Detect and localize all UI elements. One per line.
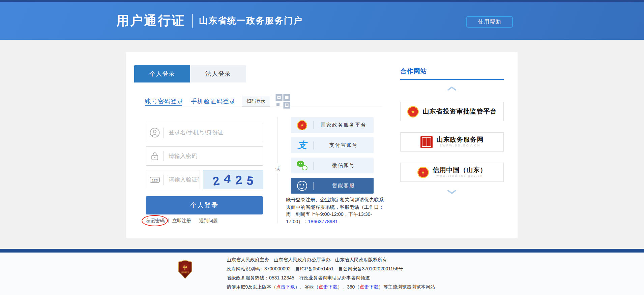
ie-download-link[interactable]: 点击下载 xyxy=(276,284,295,290)
title-divider xyxy=(192,14,193,28)
red-seal-icon xyxy=(420,136,433,148)
alipay-icon: 支 xyxy=(298,141,307,150)
problems-link[interactable]: 遇到问题 xyxy=(199,218,218,224)
partner-url: ZWFW.SD.GOV.CN xyxy=(440,144,481,147)
customer-service-icon xyxy=(297,181,307,191)
partner-card-zwfw[interactable]: 山东政务服务网 ZWFW.SD.GOV.CN xyxy=(400,132,504,152)
link-separator xyxy=(195,219,195,223)
national-platform-login-button[interactable]: ★ 国家政务服务平台 xyxy=(291,117,374,133)
field-divider xyxy=(164,151,164,161)
lock-icon xyxy=(146,151,164,162)
partner-name: 山东政务服务网 xyxy=(437,136,484,143)
third-party-login-column: ★ 国家政务服务平台 支 支付宝账号 微信账号 xyxy=(291,117,374,198)
main-background: 个人登录 法人登录 账号密码登录 手机验证码登录 扫码登录 xyxy=(0,40,644,249)
scroll-down-button[interactable] xyxy=(447,190,457,195)
footer-line-3: 省级政务服务热线：0531-12345 行政业务咨询电话见办事咨询频道 xyxy=(227,273,435,282)
partner-name: 山东省投资审批监管平台 xyxy=(423,108,497,115)
captcha-field: 123 xyxy=(146,170,200,189)
tab-personal-login[interactable]: 个人登录 xyxy=(134,65,190,82)
method-sms-code[interactable]: 手机验证码登录 xyxy=(191,97,236,105)
or-label: 或 xyxy=(272,163,283,173)
personal-login-button[interactable]: 个人登录 xyxy=(146,196,263,214)
page-subtitle: 山东省统一政务服务门户 xyxy=(199,15,303,27)
alipay-label: 支付宝账号 xyxy=(314,142,374,148)
badge-label: 党政机关 xyxy=(181,271,189,274)
360-download-link[interactable]: 点击下载 xyxy=(359,284,378,290)
header-banner: 用户通行证 山东省统一政务服务门户 使用帮助 xyxy=(0,2,644,40)
svg-text:123: 123 xyxy=(152,179,158,182)
method-qr-login[interactable]: 扫码登录 xyxy=(242,96,270,107)
wechat-icon xyxy=(297,161,308,170)
chrome-download-link[interactable]: 点击下载 xyxy=(319,284,338,290)
national-platform-label: 国家政务服务平台 xyxy=(314,122,374,128)
page-title: 用户通行证 xyxy=(116,12,185,29)
partner-card-investment-platform[interactable]: ★ 山东省投资审批监管平台 xyxy=(400,102,504,121)
partner-title-underline xyxy=(400,79,504,80)
username-field xyxy=(146,123,263,142)
helper-links-row: 忘记密码 立即注册 遇到问题 xyxy=(146,218,218,224)
field-divider xyxy=(164,128,164,138)
scroll-up-button[interactable] xyxy=(447,86,457,91)
tab-corporate-login[interactable]: 法人登录 xyxy=(190,65,246,82)
service-phone-link[interactable]: 18663778981 xyxy=(308,219,338,224)
wechat-login-button[interactable]: 微信账号 xyxy=(291,158,374,173)
password-field xyxy=(146,146,263,166)
login-card: 个人登录 法人登录 账号密码登录 手机验证码登录 扫码登录 xyxy=(126,52,518,238)
partner-url: www.creditsd.gov.cn xyxy=(436,174,483,178)
link-separator xyxy=(168,219,169,223)
smart-service-label: 智能客服 xyxy=(314,182,374,189)
username-input[interactable] xyxy=(168,129,263,136)
qr-code-icon[interactable] xyxy=(275,94,290,109)
chevron-down-icon xyxy=(447,190,457,195)
field-divider xyxy=(164,175,164,185)
footer-line-1: 山东省人民政府主办 山东省人民政府办公厅承办 山东省人民政府版权所有 xyxy=(227,255,435,264)
footer-line-2: 政府网站识别码：3700000092 鲁ICP备05051451 鲁公网安备37… xyxy=(227,264,435,273)
footer: 中 党政机关 山东省人民政府主办 山东省人民政府办公厅承办 山东省人民政府版权所… xyxy=(0,253,644,295)
user-icon xyxy=(146,127,164,138)
captcha-numeric-icon: 123 xyxy=(146,174,164,185)
help-button[interactable]: 使用帮助 xyxy=(466,16,513,28)
footer-text-block: 山东省人民政府主办 山东省人民政府办公厅承办 山东省人民政府版权所有 政府网站识… xyxy=(227,255,435,292)
method-divider-line xyxy=(145,106,383,106)
forgot-password-link[interactable]: 忘记密码 xyxy=(146,218,165,224)
partner-name: 信用中国（山东） xyxy=(433,167,487,174)
footer-divider-bar xyxy=(0,249,644,253)
national-emblem-icon: ★ xyxy=(407,106,419,118)
captcha-input[interactable] xyxy=(168,176,200,184)
captcha-code: 2425 xyxy=(210,173,256,187)
national-emblem-icon: ★ xyxy=(297,120,307,130)
chevron-up-icon xyxy=(447,86,457,91)
header-title-group: 用户通行证 山东省统一政务服务门户 xyxy=(116,2,303,40)
login-methods-row: 账号密码登录 手机验证码登录 扫码登录 xyxy=(145,94,290,109)
partner-sites-title: 合作网站 xyxy=(400,67,427,76)
register-link[interactable]: 立即注册 xyxy=(172,218,191,224)
national-emblem-icon: ★ xyxy=(417,167,429,178)
password-input[interactable] xyxy=(168,153,263,160)
wechat-label: 微信账号 xyxy=(314,162,374,169)
footer-line-4: 请使用IE9及以上版本（点击下载）、谷歌（点击下载）、360（点击下载）等主流浏… xyxy=(227,282,435,292)
government-badge-icon: 中 党政机关 xyxy=(178,260,192,279)
service-notice: 账号登录注册、企业绑定相关问题请优先联系页面中的智能客服系统，客服电话（工作日：… xyxy=(286,196,386,225)
captcha-image[interactable]: 2425 xyxy=(203,170,263,189)
partner-card-credit-china[interactable]: ★ 信用中国（山东） www.creditsd.gov.cn xyxy=(400,163,504,182)
smart-service-button[interactable]: 智能客服 xyxy=(291,178,374,194)
forgot-password-label: 忘记密码 xyxy=(146,218,165,223)
method-account-password[interactable]: 账号密码登录 xyxy=(145,97,183,105)
alipay-login-button[interactable]: 支 支付宝账号 xyxy=(291,137,374,153)
